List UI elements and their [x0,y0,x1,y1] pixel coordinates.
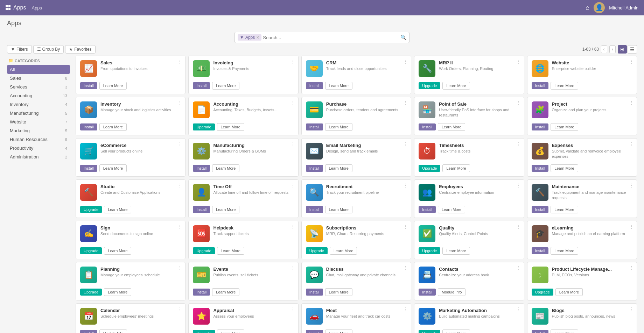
learn-more-button[interactable]: Learn More [217,330,244,333]
app-menu-icon[interactable]: ⋮ [403,59,408,64]
install-button[interactable]: Install [419,206,436,213]
install-button[interactable]: Install [532,247,549,254]
sidebar-item-marketing[interactable]: Marketing5 [7,126,70,135]
upgrade-button[interactable]: Upgrade [306,247,328,254]
learn-more-button[interactable]: Learn More [551,82,578,90]
install-button[interactable]: Install [306,330,323,333]
app-menu-icon[interactable]: ⋮ [290,141,295,147]
app-menu-icon[interactable]: ⋮ [177,306,182,312]
sidebar-item-productivity[interactable]: Productivity4 [7,144,70,153]
sidebar-item-all[interactable]: All [7,65,70,74]
learn-more-button[interactable]: Learn More [551,206,578,213]
learn-more-button[interactable]: Learn More [212,288,239,296]
app-menu-icon[interactable]: ⋮ [629,265,634,271]
app-menu-icon[interactable]: ⋮ [403,100,408,106]
upgrade-button[interactable]: Upgrade [193,330,215,333]
upgrade-button[interactable]: Upgrade [532,289,553,296]
upgrade-button[interactable]: Upgrade [419,82,440,89]
app-menu-icon[interactable]: ⋮ [403,224,408,229]
install-button[interactable]: Install [80,165,97,172]
app-menu-icon[interactable]: ⋮ [177,100,182,106]
app-menu-icon[interactable]: ⋮ [516,100,521,106]
next-page-button[interactable]: › [609,45,616,53]
filter-tag-close[interactable]: ✕ [256,35,259,40]
learn-more-button[interactable]: Learn More [99,123,127,131]
upgrade-button[interactable]: Upgrade [80,206,102,213]
app-menu-icon[interactable]: ⋮ [290,183,295,188]
app-menu-icon[interactable]: ⋮ [516,183,521,188]
install-button[interactable]: Install [532,330,549,333]
grid-view-button[interactable]: ⊞ [618,45,627,54]
learn-more-button[interactable]: Learn More [217,123,244,131]
learn-more-button[interactable]: Learn More [438,123,465,131]
home-icon[interactable]: ⌂ [586,4,589,12]
install-button[interactable]: Install [193,82,210,89]
learn-more-button[interactable]: Learn More [442,164,470,172]
app-menu-icon[interactable]: ⋮ [290,306,295,312]
search-icon[interactable]: 🔍 [400,35,406,40]
learn-more-button[interactable]: Learn More [442,330,470,333]
learn-more-button[interactable]: Learn More [438,206,465,213]
learn-more-button[interactable]: Learn More [212,206,239,213]
install-button[interactable]: Install [306,82,323,89]
install-button[interactable]: Install [532,82,549,89]
filters-button[interactable]: ▼ Filters [7,45,32,54]
learn-more-button[interactable]: Learn More [325,288,352,296]
app-menu-icon[interactable]: ⋮ [629,306,634,312]
search-input[interactable] [263,35,398,40]
app-menu-icon[interactable]: ⋮ [290,59,295,64]
list-view-button[interactable]: ☰ [628,45,637,54]
topnav-brand[interactable]: Apps [6,5,26,11]
sidebar-item-administration[interactable]: Administration2 [7,153,70,161]
app-menu-icon[interactable]: ⋮ [629,59,634,64]
install-button[interactable]: Install [532,165,549,172]
upgrade-button[interactable]: Upgrade [193,247,215,254]
learn-more-button[interactable]: Learn More [325,330,352,333]
app-menu-icon[interactable]: ⋮ [629,183,634,188]
learn-more-button[interactable]: Learn More [442,247,470,255]
learn-more-button[interactable]: Learn More [551,164,578,172]
upgrade-button[interactable]: Upgrade [193,123,215,130]
app-menu-icon[interactable]: ⋮ [403,141,408,147]
install-button[interactable]: Install [419,123,436,130]
sidebar-item-accounting[interactable]: Accounting13 [7,91,70,100]
learn-more-button[interactable]: Learn More [325,206,352,213]
upgrade-button[interactable]: Upgrade [419,165,440,172]
prev-page-button[interactable]: ‹ [601,45,607,53]
app-menu-icon[interactable]: ⋮ [290,100,295,106]
module-info-button[interactable]: Module Info [99,330,127,333]
module-info-button[interactable]: Module Info [438,288,465,296]
install-button[interactable]: Install [306,165,323,172]
sidebar-item-human-resources[interactable]: Human Resources9 [7,135,70,144]
favorites-button[interactable]: ★ Favorites [65,45,95,54]
app-menu-icon[interactable]: ⋮ [516,59,521,64]
install-button[interactable]: Install [193,165,210,172]
filter-tag[interactable]: ▼ Apps ✕ [238,34,261,41]
app-menu-icon[interactable]: ⋮ [629,141,634,147]
app-menu-icon[interactable]: ⋮ [177,224,182,229]
learn-more-button[interactable]: Learn More [212,82,239,90]
upgrade-button[interactable]: Upgrade [80,289,102,296]
app-menu-icon[interactable]: ⋮ [403,265,408,271]
sidebar-item-manufacturing[interactable]: Manufacturing5 [7,109,70,118]
learn-more-button[interactable]: Learn More [99,82,127,90]
install-button[interactable]: Install [306,206,323,213]
app-menu-icon[interactable]: ⋮ [177,183,182,188]
topnav-link[interactable]: Apps [31,5,42,10]
install-button[interactable]: Install [306,289,323,296]
app-menu-icon[interactable]: ⋮ [403,306,408,312]
install-button[interactable]: Install [532,206,549,213]
install-button[interactable]: Install [80,123,97,130]
sidebar-item-website[interactable]: Website7 [7,118,70,126]
app-menu-icon[interactable]: ⋮ [516,265,521,271]
learn-more-button[interactable]: Learn More [104,247,131,255]
learn-more-button[interactable]: Learn More [442,82,470,90]
sidebar-item-services[interactable]: Services3 [7,83,70,91]
learn-more-button[interactable]: Learn More [555,288,583,296]
install-button[interactable]: Install [532,123,549,130]
sidebar-item-inventory[interactable]: Inventory4 [7,100,70,109]
learn-more-button[interactable]: Learn More [551,330,578,333]
install-button[interactable]: Install [306,123,323,130]
learn-more-button[interactable]: Learn More [330,247,357,255]
app-menu-icon[interactable]: ⋮ [629,100,634,106]
